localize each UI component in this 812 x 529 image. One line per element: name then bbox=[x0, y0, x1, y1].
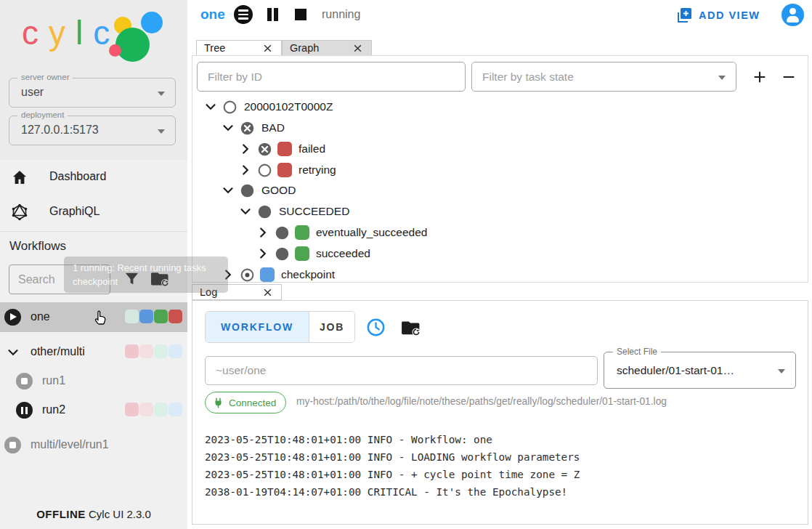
header: one running ADD VIEW bbox=[187, 0, 812, 31]
deployment-select[interactable]: deployment 127.0.0.1:5173 bbox=[9, 116, 176, 145]
job-failed-square bbox=[277, 142, 292, 156]
tree-row-family-bad[interactable]: BAD bbox=[220, 118, 285, 138]
chevron-down-icon[interactable] bbox=[220, 120, 236, 136]
tree-row-task-succeeded[interactable]: succeeded bbox=[255, 243, 370, 264]
tree-row-task-failed[interactable]: failed bbox=[237, 139, 325, 159]
chevron-right-icon[interactable] bbox=[220, 267, 236, 283]
sidebar-item-dashboard[interactable]: Dashboard bbox=[0, 161, 187, 195]
version-label: Cylc UI 2.3.0 bbox=[89, 508, 151, 520]
state-square bbox=[154, 310, 168, 323]
chevron-right-icon[interactable] bbox=[237, 162, 253, 178]
log-line: 2023-05-25T10:48:01+01:00 INFO - + cycle… bbox=[205, 469, 580, 480]
filter-by-task-state-select[interactable]: Filter by task state bbox=[471, 62, 736, 92]
job-succeeded-square bbox=[295, 225, 309, 240]
chevron-down-icon[interactable] bbox=[5, 344, 21, 360]
search-input[interactable] bbox=[9, 265, 110, 294]
workflow-name: one bbox=[31, 310, 50, 323]
workflow-name: run1 bbox=[42, 374, 65, 387]
tree-row-family-succeeded[interactable]: SUCCEEDED bbox=[237, 201, 349, 222]
server-owner-select[interactable]: server owner user bbox=[9, 78, 176, 108]
user-avatar[interactable] bbox=[781, 4, 804, 26]
app-version: OFFLINE Cylc UI 2.3.0 bbox=[0, 508, 187, 520]
tree-node-label: GOOD bbox=[261, 184, 296, 197]
job-toggle-button[interactable]: JOB bbox=[309, 312, 354, 342]
chevron-right-icon[interactable] bbox=[237, 141, 253, 157]
tree-row-family-good[interactable]: GOOD bbox=[220, 180, 296, 201]
file-select-value: scheduler/01-start-01… bbox=[617, 364, 734, 377]
sidebar-header: cylc server owner user deployment 127.0.… bbox=[0, 0, 187, 160]
cylc-logo-dots-icon bbox=[105, 6, 184, 67]
chevron-right-icon[interactable] bbox=[255, 246, 271, 262]
close-icon[interactable] bbox=[263, 44, 272, 53]
workflow-state-summary bbox=[125, 310, 182, 323]
workflow-id-input[interactable] bbox=[206, 357, 597, 384]
connected-label: Connected bbox=[229, 397, 276, 408]
tab-log[interactable]: Log bbox=[192, 284, 282, 300]
workflow-name: other/multi bbox=[31, 345, 85, 358]
state-square bbox=[169, 403, 182, 416]
workflow-search-input[interactable] bbox=[9, 264, 110, 294]
close-icon[interactable] bbox=[353, 44, 362, 53]
offline-status: OFFLINE bbox=[36, 508, 86, 520]
add-view-icon bbox=[675, 7, 693, 24]
pause-circle-icon[interactable] bbox=[16, 402, 33, 419]
state-square bbox=[139, 403, 153, 416]
tree-view-panel: Filter by task state 20000102T0000Z BAD … bbox=[192, 55, 808, 283]
tree-row-cycle-point[interactable]: 20000102T0000Z bbox=[203, 97, 333, 117]
tree-row-task-checkpoint[interactable]: checkpoint bbox=[220, 264, 335, 283]
file-select[interactable]: Select File scheduler/01-start-01… bbox=[604, 352, 796, 389]
folder-refresh-icon[interactable] bbox=[150, 270, 170, 288]
log-file-path: my-host:/path/to/the/log/file/note/these… bbox=[296, 396, 667, 407]
workflow-menu-icon[interactable] bbox=[234, 5, 253, 24]
close-icon[interactable] bbox=[263, 288, 272, 297]
filter-icon[interactable] bbox=[123, 270, 140, 287]
task-waiting-icon bbox=[257, 163, 272, 178]
chevron-down-icon[interactable] bbox=[203, 99, 219, 115]
tab-tree[interactable]: Tree bbox=[196, 40, 282, 56]
task-failed-icon bbox=[257, 142, 272, 157]
filter-by-id-field[interactable] bbox=[197, 62, 466, 92]
zoom-in-icon[interactable] bbox=[752, 69, 768, 85]
play-circle-icon[interactable] bbox=[4, 309, 21, 326]
state-square bbox=[139, 344, 153, 358]
chevron-down-icon bbox=[158, 129, 165, 134]
workflow-row-multi-level-run1[interactable]: multi/level/run1 bbox=[0, 430, 187, 460]
job-succeeded-square bbox=[295, 246, 309, 261]
tree-node-label: failed bbox=[299, 142, 325, 156]
workflow-state-summary bbox=[125, 403, 182, 416]
state-square bbox=[169, 310, 182, 323]
workflow-id-field[interactable] bbox=[205, 356, 598, 385]
workflow-row-run2[interactable]: run2 bbox=[0, 395, 187, 425]
chevron-down-icon[interactable] bbox=[237, 203, 253, 219]
zoom-out-icon[interactable] bbox=[781, 69, 797, 85]
workflow-row-one[interactable]: one bbox=[0, 302, 187, 332]
stop-circle-icon[interactable] bbox=[16, 373, 33, 389]
deployment-label: deployment bbox=[17, 110, 68, 119]
chevron-down-icon[interactable] bbox=[220, 182, 236, 198]
tab-label: Tree bbox=[204, 42, 225, 54]
connected-badge: Connected bbox=[205, 392, 286, 413]
tab-label: Graph bbox=[290, 42, 319, 54]
workflow-state-summary bbox=[125, 344, 182, 358]
sidebar-item-label: Dashboard bbox=[49, 170, 106, 183]
pause-icon[interactable] bbox=[266, 8, 279, 21]
sidebar-item-graphiql[interactable]: GraphiQL bbox=[0, 196, 187, 230]
divider bbox=[0, 231, 187, 232]
tab-graph[interactable]: Graph bbox=[282, 40, 372, 56]
chevron-right-icon[interactable] bbox=[255, 225, 271, 241]
folder-refresh-icon[interactable] bbox=[401, 318, 421, 337]
timestamps-clock-icon[interactable] bbox=[366, 318, 386, 337]
stop-circle-icon[interactable] bbox=[4, 437, 21, 453]
graphql-icon bbox=[11, 203, 28, 221]
workflow-toggle-button[interactable]: WORKFLOW bbox=[206, 312, 309, 342]
tree-row-task-retrying[interactable]: retrying bbox=[237, 160, 336, 180]
app: cylc server owner user deployment 127.0.… bbox=[0, 0, 812, 529]
job-failed-square bbox=[277, 163, 292, 177]
task-succeeded-icon bbox=[275, 246, 290, 262]
task-succeeded-icon bbox=[275, 225, 290, 241]
filter-by-id-input[interactable] bbox=[198, 62, 465, 91]
stop-icon[interactable] bbox=[295, 9, 306, 20]
workflow-row-run1[interactable]: run1 bbox=[0, 366, 187, 396]
workflow-row-other-multi[interactable]: other/multi bbox=[0, 337, 187, 367]
tree-row-task-eventually-succeeded[interactable]: eventually_succeeded bbox=[255, 222, 427, 243]
